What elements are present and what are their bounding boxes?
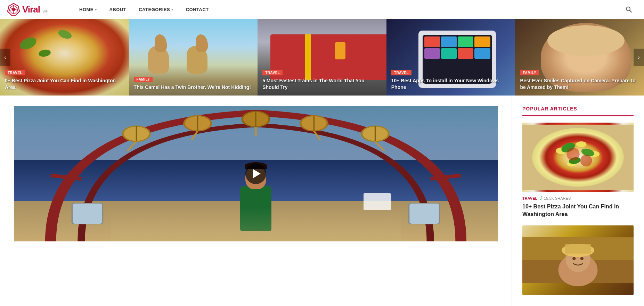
slide-3[interactable]: TRAVEL 5 Most Fastest Trains in The Worl… — [258, 19, 386, 96]
search-icon — [625, 6, 632, 13]
svg-point-40 — [566, 148, 580, 161]
play-button[interactable] — [245, 163, 266, 184]
popular-category-1: TRAVEL — [522, 196, 537, 200]
svg-rect-30 — [409, 203, 440, 224]
slide-5-category: FAMILY — [520, 70, 539, 75]
slide-2[interactable]: FAMILY This Camel Has a Twin Brother. We… — [129, 19, 258, 96]
featured-video[interactable] — [14, 106, 498, 241]
slide-3-category: TRAVEL — [262, 70, 283, 75]
share-icon-1: ⤴ — [540, 196, 543, 201]
slide-4-category: TRAVEL — [391, 70, 411, 75]
popular-meta-1: TRAVEL ⤴ 15.5K SHARES — [522, 196, 634, 201]
slide-2-title: This Camel Has a Twin Brother. We're Not… — [134, 84, 253, 91]
person-svg — [522, 225, 634, 295]
popular-article-2 — [522, 225, 634, 295]
search-button[interactable] — [620, 0, 637, 19]
logo-wp: WP — [42, 9, 49, 13]
nav-arrow-home: ▾ — [95, 8, 97, 11]
slide-3-title: 5 Most Fastest Trains in The World That … — [262, 77, 382, 91]
svg-point-50 — [580, 257, 584, 260]
slide-5[interactable]: FAMILY Best Ever Smiles Captured on Came… — [515, 19, 644, 96]
popular-img-2[interactable] — [522, 225, 634, 295]
nav-about[interactable]: ABOUT — [103, 0, 133, 19]
slide-1-title: 0+ Best Pizza Joint You Can Find in Wash… — [5, 77, 124, 91]
main-content: POPULAR ARTICLES — [0, 96, 644, 306]
popular-articles-title: POPULAR ARTICLES — [522, 106, 634, 116]
nav-home[interactable]: HOME ▾ — [73, 0, 103, 19]
svg-rect-48 — [565, 244, 591, 254]
nav-contact[interactable]: CONTACT — [180, 0, 215, 19]
slide-3-content: TRAVEL 5 Most Fastest Trains in The Worl… — [262, 69, 382, 91]
logo-area[interactable]: Viral WP — [7, 3, 63, 16]
main-nav: HOME ▾ ABOUT CATEGORIES ▾ CONTACT — [63, 0, 620, 19]
popular-article-1: TRAVEL ⤴ 15.5K SHARES 10+ Best Pizza Joi… — [522, 123, 634, 218]
slide-1[interactable]: TRAVEL 0+ Best Pizza Joint You Can Find … — [0, 19, 129, 96]
slider-next-button[interactable]: › — [634, 49, 644, 66]
site-header: Viral WP HOME ▾ ABOUT CATEGORIES ▾ CONTA… — [0, 0, 644, 19]
nav-arrow-categories: ▾ — [171, 8, 173, 11]
popular-share-count-1: ⤴ 15.5K SHARES — [540, 196, 571, 201]
slide-4-title: 10+ Best Apps To install in Your New Win… — [391, 77, 511, 91]
sidebar: POPULAR ARTICLES — [512, 96, 644, 306]
slider-prev-button[interactable]: ‹ — [0, 49, 10, 66]
popular-img-1[interactable] — [522, 123, 634, 192]
svg-point-34 — [576, 141, 586, 147]
slide-1-content: TRAVEL 0+ Best Pizza Joint You Can Find … — [5, 69, 124, 91]
popular-article-title-1[interactable]: 10+ Best Pizza Joint You Can Find in Was… — [522, 203, 634, 218]
slide-1-category: TRAVEL — [5, 70, 25, 75]
pizza-svg — [522, 123, 634, 192]
content-area — [0, 96, 512, 306]
svg-point-3 — [12, 8, 15, 11]
slide-4[interactable]: TRAVEL 10+ Best Apps To install in Your … — [386, 19, 515, 96]
hero-slider: ‹ TRAVEL 0+ Best Pizza Joint You Can Fin… — [0, 19, 644, 96]
svg-line-11 — [630, 10, 631, 12]
svg-point-49 — [572, 257, 576, 260]
slide-4-content: TRAVEL 10+ Best Apps To install in Your … — [391, 69, 511, 91]
svg-point-41 — [580, 155, 592, 166]
slide-2-content: FAMILY This Camel Has a Twin Brother. We… — [134, 76, 253, 91]
slide-5-title: Best Ever Smiles Captured on Camera. Pre… — [520, 77, 639, 91]
slide-5-content: FAMILY Best Ever Smiles Captured on Came… — [520, 69, 639, 91]
slide-2-category: FAMILY — [134, 77, 153, 82]
logo-icon — [7, 3, 20, 16]
logo-text: Viral — [22, 4, 40, 15]
nav-categories[interactable]: CATEGORIES ▾ — [132, 0, 180, 19]
svg-rect-29 — [72, 203, 103, 224]
